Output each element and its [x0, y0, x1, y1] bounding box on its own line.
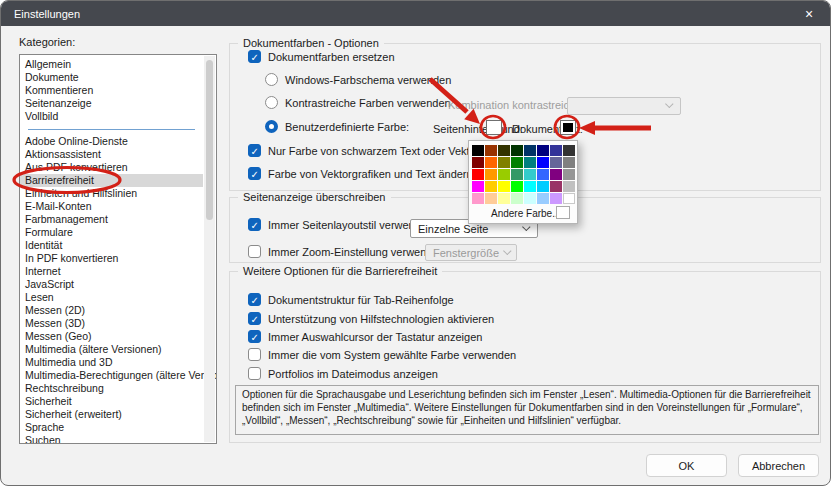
- palette-swatch[interactable]: [511, 157, 523, 168]
- sidebar-item[interactable]: Messen (Geo): [20, 330, 203, 343]
- sidebar-item[interactable]: JavaScript: [20, 278, 203, 291]
- checkbox-row-assistive-tech[interactable]: Unterstützung von Hilfstechnologien akti…: [248, 312, 494, 325]
- palette-swatch[interactable]: [537, 145, 549, 156]
- palette-swatch[interactable]: [550, 145, 562, 156]
- radio-icon: [265, 73, 278, 86]
- checkbox-row-zoom-setting[interactable]: Immer Zoom-Einstellung verwenden: [248, 245, 445, 258]
- sidebar-item[interactable]: Vollbild: [20, 110, 203, 123]
- close-icon[interactable]: ×: [788, 1, 830, 26]
- other-color-link[interactable]: Andere Farbe...: [491, 208, 560, 219]
- radio-row-high-contrast[interactable]: Kontrastreiche Farben verwenden: [265, 96, 451, 109]
- cancel-button[interactable]: Abbrechen: [738, 454, 819, 477]
- radio-row-windows-scheme[interactable]: Windows-Farbschema verwenden: [265, 73, 451, 86]
- radio-icon: [265, 120, 278, 133]
- palette-swatch[interactable]: [563, 169, 575, 180]
- color-picker-popup: Andere Farbe...: [468, 140, 578, 224]
- chevron-down-icon: [665, 100, 673, 108]
- palette-swatch[interactable]: [498, 145, 510, 156]
- palette-swatch[interactable]: [485, 169, 497, 180]
- sidebar-item[interactable]: Internet: [20, 265, 203, 278]
- sidebar-item[interactable]: Multimedia (ältere Versionen): [20, 343, 203, 356]
- sidebar-item[interactable]: Sicherheit (erweitert): [20, 408, 203, 421]
- color-fill: [563, 123, 573, 132]
- sidebar-item[interactable]: Sprache: [20, 421, 203, 434]
- checkbox-icon: [248, 144, 261, 157]
- custom-color-swatch[interactable]: [556, 206, 570, 219]
- sidebar-item[interactable]: Messen (3D): [20, 317, 203, 330]
- color-palette-grid: [472, 145, 575, 204]
- document-text-color-button[interactable]: [560, 120, 576, 135]
- checkbox-label: Dokumentstruktur für Tab-Reihenfolge: [268, 294, 454, 306]
- checkbox-row-tab-order[interactable]: Dokumentstruktur für Tab-Reihenfolge: [248, 293, 454, 306]
- palette-swatch[interactable]: [498, 181, 510, 192]
- group-legend: Weitere Optionen für die Barrierefreihei…: [238, 265, 442, 277]
- palette-swatch[interactable]: [524, 169, 536, 180]
- sidebar-item-selected[interactable]: Barrierefreiheit: [20, 174, 203, 187]
- sidebar-item[interactable]: Sicherheit: [20, 395, 203, 408]
- checkbox-row-keyboard-cursor[interactable]: Immer Auswahlcursor der Tastatur anzeige…: [248, 330, 482, 343]
- popup-footer: Andere Farbe...: [469, 203, 577, 223]
- sidebar-item[interactable]: Aus PDF konvertieren: [20, 161, 203, 174]
- palette-swatch[interactable]: [563, 181, 575, 192]
- listbox-scrollbar[interactable]: [204, 56, 215, 442]
- palette-swatch[interactable]: [524, 157, 536, 168]
- radio-row-custom-color[interactable]: Benutzerdefinierte Farbe:: [265, 120, 409, 133]
- checkbox-label: Dokumentfarben ersetzen: [268, 51, 395, 63]
- palette-swatch[interactable]: [472, 169, 484, 180]
- palette-swatch[interactable]: [563, 157, 575, 168]
- sidebar-item[interactable]: Rechtschreibung: [20, 382, 203, 395]
- sidebar-item[interactable]: Dokumente: [20, 71, 203, 84]
- palette-swatch[interactable]: [563, 145, 575, 156]
- ok-button[interactable]: OK: [646, 454, 727, 477]
- sidebar-item[interactable]: Multimedia-Berechtigungen (ältere Versio…: [20, 369, 203, 382]
- checkbox-row-system-color[interactable]: Immer die vom System gewählte Farbe verw…: [248, 348, 516, 361]
- palette-swatch[interactable]: [524, 181, 536, 192]
- sidebar-item[interactable]: Kommentieren: [20, 84, 203, 97]
- palette-swatch[interactable]: [472, 145, 484, 156]
- sidebar-item[interactable]: Multimedia und 3D: [20, 356, 203, 369]
- palette-swatch[interactable]: [472, 181, 484, 192]
- sidebar-item[interactable]: In PDF konvertieren: [20, 252, 203, 265]
- sidebar-item[interactable]: Suchen: [20, 434, 203, 444]
- palette-swatch[interactable]: [550, 157, 562, 168]
- palette-swatch[interactable]: [485, 145, 497, 156]
- sidebar-item[interactable]: Lesen: [20, 291, 203, 304]
- sidebar-item[interactable]: Farbmanagement: [20, 213, 203, 226]
- checkbox-label: Farbe von Vektorgrafiken und Text ändern: [268, 168, 473, 180]
- sidebar-item[interactable]: Seitenanzeige: [20, 97, 203, 110]
- page-background-color-button[interactable]: [486, 120, 502, 135]
- palette-swatch[interactable]: [511, 181, 523, 192]
- palette-swatch[interactable]: [511, 145, 523, 156]
- sidebar-item[interactable]: Aktionsassistent: [20, 148, 203, 161]
- palette-swatch[interactable]: [537, 169, 549, 180]
- palette-swatch[interactable]: [537, 181, 549, 192]
- scrollbar-thumb[interactable]: [206, 60, 213, 220]
- sidebar-item[interactable]: Adobe Online-Dienste: [20, 135, 203, 148]
- palette-swatch[interactable]: [550, 169, 562, 180]
- palette-swatch[interactable]: [511, 169, 523, 180]
- checkbox-icon: [248, 245, 261, 258]
- palette-swatch[interactable]: [485, 157, 497, 168]
- checkbox-row-layout-style[interactable]: Immer Seitenlayoutstil verwenden: [248, 218, 433, 231]
- palette-swatch[interactable]: [550, 181, 562, 192]
- checkbox-row-change-vector[interactable]: Farbe von Vektorgrafiken und Text ändern: [248, 167, 473, 180]
- sidebar-item[interactable]: Identität: [20, 239, 203, 252]
- sidebar-item[interactable]: Messen (2D): [20, 304, 203, 317]
- checkbox-label: Immer Auswahlcursor der Tastatur anzeige…: [268, 331, 482, 343]
- sidebar-item[interactable]: E-Mail-Konten: [20, 200, 203, 213]
- palette-swatch[interactable]: [537, 157, 549, 168]
- palette-swatch[interactable]: [498, 157, 510, 168]
- chevron-down-icon: [503, 246, 511, 254]
- sidebar-item[interactable]: Einheiten und Hilfslinien: [20, 187, 203, 200]
- checkbox-row-portfolio-mode[interactable]: Portfolios im Dateimodus anzeigen: [248, 367, 438, 380]
- sidebar-item[interactable]: Allgemein: [20, 58, 203, 71]
- sidebar-item[interactable]: Formulare: [20, 226, 203, 239]
- zoom-setting-select: Fenstergröße: [425, 244, 517, 261]
- group-legend: Dokumentfarben - Optionen: [238, 37, 384, 49]
- checkbox-row-replace-colors[interactable]: Dokumentfarben ersetzen: [248, 50, 395, 63]
- palette-swatch[interactable]: [485, 181, 497, 192]
- checkbox-icon: [248, 348, 261, 361]
- palette-swatch[interactable]: [524, 145, 536, 156]
- palette-swatch[interactable]: [498, 169, 510, 180]
- palette-swatch[interactable]: [472, 157, 484, 168]
